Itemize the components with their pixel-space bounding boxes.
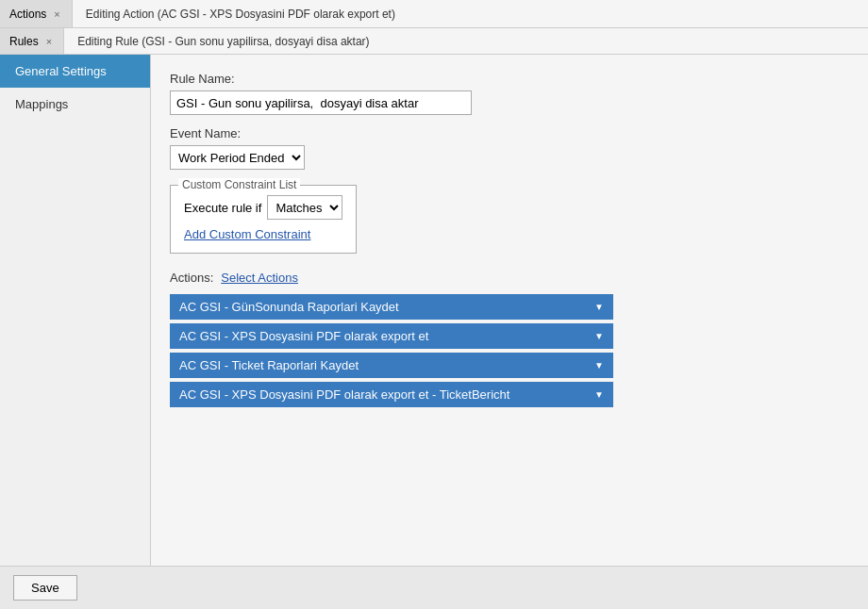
content-area: Rule Name: Event Name: Work Period Ended… [151,55,868,566]
tab-rules-active-label: Editing Rule (GSI - Gun sonu yapilirsa, … [64,28,868,54]
tab-actions-close[interactable]: × [52,8,61,20]
action-item-3-label: AC GSI - XPS Dosyasini PDF olarak export… [179,387,509,402]
action-dropdown-arrow-3: ▼ [594,389,604,400]
action-item-3[interactable]: AC GSI - XPS Dosyasini PDF olarak export… [170,382,613,407]
constraint-box: Custom Constraint List Execute rule if M… [170,185,357,254]
event-name-label: Event Name: [170,126,849,140]
tab-actions-active-label: Editing Action (AC GSI - XPS Dosyasini P… [73,0,868,27]
action-dropdown-arrow-0: ▼ [594,302,604,312]
action-dropdown-arrow-2: ▼ [594,360,604,370]
constraint-legend: Custom Constraint List [178,178,300,191]
actions-label: Actions: [170,271,213,285]
save-button[interactable]: Save [13,575,77,601]
rule-name-input[interactable] [170,91,472,115]
action-item-1-label: AC GSI - XPS Dosyasini PDF olarak export… [179,329,428,343]
action-item-2-label: AC GSI - Ticket Raporlari Kaydet [179,358,359,372]
tab-actions-label: Actions [9,8,46,21]
action-item-2[interactable]: AC GSI - Ticket Raporlari Kaydet ▼ [170,353,613,378]
tab-rules[interactable]: Rules × [0,28,64,54]
event-name-select[interactable]: Work Period Ended [170,145,305,170]
sidebar-item-mappings[interactable]: Mappings [0,88,150,121]
tab-actions[interactable]: Actions × [0,0,73,27]
sidebar: General Settings Mappings [0,55,151,566]
sidebar-item-general-settings[interactable]: General Settings [0,55,150,88]
tab-rules-label: Rules [9,35,39,48]
tab-bar-2: Rules × Editing Rule (GSI - Gun sonu yap… [0,28,868,55]
tab-bar-1: Actions × Editing Action (AC GSI - XPS D… [0,0,868,28]
action-dropdown-arrow-1: ▼ [594,331,604,341]
actions-row: Actions: Select Actions [170,271,849,285]
action-item-1[interactable]: AC GSI - XPS Dosyasini PDF olarak export… [170,323,613,349]
tab-rules-close[interactable]: × [44,36,54,47]
footer: Save [0,566,868,609]
matches-select[interactable]: Matches [267,195,342,220]
execute-rule-label: Execute rule if [184,201,261,215]
action-list: AC GSI - GünSonunda Raporlari Kaydet ▼ A… [170,294,849,407]
add-custom-constraint-link[interactable]: Add Custom Constraint [184,227,310,241]
action-item-0-label: AC GSI - GünSonunda Raporlari Kaydet [179,300,399,314]
main-layout: General Settings Mappings Rule Name: Eve… [0,55,868,566]
rule-name-label: Rule Name: [170,72,849,86]
action-item-0[interactable]: AC GSI - GünSonunda Raporlari Kaydet ▼ [170,294,613,320]
constraint-row: Execute rule if Matches [184,195,342,220]
select-actions-link[interactable]: Select Actions [221,271,298,285]
